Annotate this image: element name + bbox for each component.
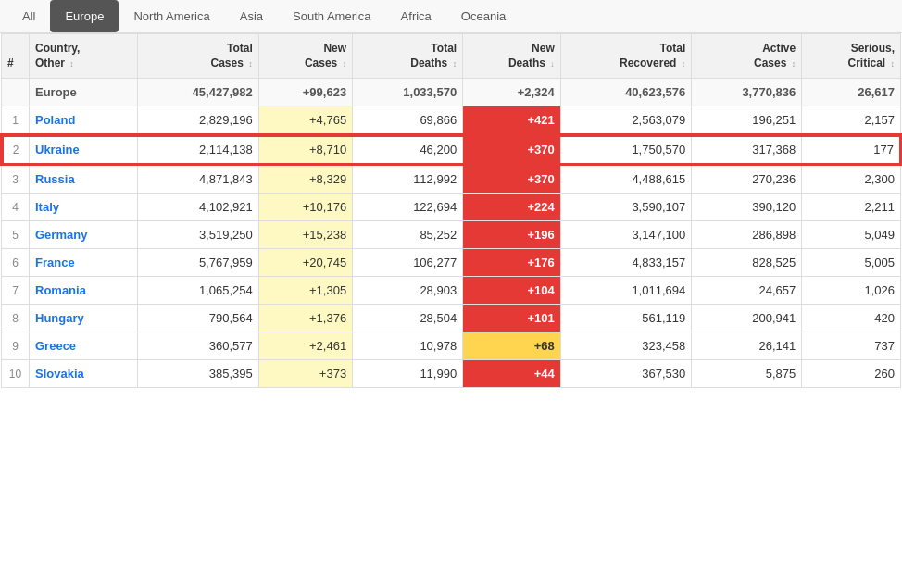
row-new-deaths: +68 [463,332,561,360]
summary-total-deaths: 1,033,570 [353,79,463,106]
tab-europe[interactable]: Europe [50,0,119,32]
row-active-cases: 828,525 [692,249,802,277]
row-total-cases: 385,395 [137,360,258,388]
row-rank: 8 [2,305,30,332]
row-serious: 5,005 [802,249,901,277]
row-serious: 2,211 [802,194,901,221]
row-new-cases: +10,176 [258,194,352,221]
col-total-deaths[interactable]: TotalDeaths ↕ [353,34,463,79]
row-rank: 2 [2,135,30,165]
table-row: 6 France 5,767,959 +20,745 106,277 +176 … [2,249,901,277]
row-total-recovered: 1,011,694 [560,277,691,305]
row-active-cases: 270,236 [692,165,802,194]
row-total-recovered: 4,488,615 [560,165,691,194]
table-row: 9 Greece 360,577 +2,461 10,978 +68 323,4… [2,332,901,360]
col-new-cases[interactable]: NewCases ↕ [258,34,352,79]
row-new-cases: +1,376 [258,305,352,332]
row-total-deaths: 28,903 [353,277,463,305]
table-row: 7 Romania 1,065,254 +1,305 28,903 +104 1… [2,277,901,305]
row-serious: 177 [802,135,901,165]
col-rank: # [2,34,30,79]
row-serious: 1,026 [802,277,901,305]
col-country: Country,Other ↕ [30,34,138,79]
table-row: 8 Hungary 790,564 +1,376 28,504 +101 561… [2,305,901,332]
summary-total-cases: 45,427,982 [137,79,258,106]
row-active-cases: 24,657 [692,277,802,305]
row-total-recovered: 4,833,157 [560,249,691,277]
row-serious: 2,157 [802,106,901,135]
row-active-cases: 390,120 [692,194,802,221]
row-new-deaths: +370 [463,165,561,194]
row-serious: 420 [802,305,901,332]
row-total-deaths: 122,694 [353,194,463,221]
row-total-deaths: 46,200 [353,135,463,165]
row-country[interactable]: Greece [30,332,138,360]
summary-label: Europe [30,79,138,106]
table-row: 1 Poland 2,829,196 +4,765 69,866 +421 2,… [2,106,901,135]
row-country[interactable]: France [30,249,138,277]
europe-summary-row: Europe 45,427,982 +99,623 1,033,570 +2,3… [2,79,901,106]
row-country[interactable]: Slovakia [30,360,138,388]
row-country[interactable]: Ukraine [30,135,138,165]
summary-new-cases: +99,623 [258,79,352,106]
row-rank: 6 [2,249,30,277]
row-country[interactable]: Romania [30,277,138,305]
row-new-deaths: +176 [463,249,561,277]
tab-asia[interactable]: Asia [225,0,278,32]
summary-active-cases: 3,770,836 [692,79,802,106]
row-new-deaths: +44 [463,360,561,388]
row-total-cases: 360,577 [137,332,258,360]
row-country[interactable]: Russia [30,165,138,194]
tab-africa[interactable]: Africa [386,0,446,32]
row-country[interactable]: Poland [30,106,138,135]
row-total-recovered: 367,530 [560,360,691,388]
col-serious[interactable]: Serious,Critical ↕ [802,34,901,79]
row-active-cases: 286,898 [692,221,802,249]
row-total-deaths: 112,992 [353,165,463,194]
row-active-cases: 200,941 [692,305,802,332]
row-new-deaths: +224 [463,194,561,221]
row-new-cases: +1,305 [258,277,352,305]
row-new-deaths: +196 [463,221,561,249]
tab-oceania[interactable]: Oceania [446,0,520,32]
row-total-recovered: 2,563,079 [560,106,691,135]
row-total-recovered: 3,590,107 [560,194,691,221]
tab-all[interactable]: All [7,0,50,32]
row-serious: 5,049 [802,221,901,249]
row-country[interactable]: Italy [30,194,138,221]
row-new-cases: +20,745 [258,249,352,277]
row-total-cases: 4,871,843 [137,165,258,194]
summary-new-deaths: +2,324 [463,79,561,106]
col-new-deaths[interactable]: NewDeaths ↓ [463,34,561,79]
row-country[interactable]: Germany [30,221,138,249]
summary-serious: 26,617 [802,79,901,106]
row-total-recovered: 3,147,100 [560,221,691,249]
row-rank: 7 [2,277,30,305]
col-total-recovered[interactable]: TotalRecovered ↕ [560,34,691,79]
row-new-cases: +15,238 [258,221,352,249]
row-country[interactable]: Hungary [30,305,138,332]
row-total-deaths: 28,504 [353,305,463,332]
row-rank: 4 [2,194,30,221]
row-active-cases: 196,251 [692,106,802,135]
row-new-deaths: +101 [463,305,561,332]
row-total-recovered: 323,458 [560,332,691,360]
row-total-cases: 2,829,196 [137,106,258,135]
row-new-cases: +4,765 [258,106,352,135]
row-total-recovered: 561,119 [560,305,691,332]
table-row: 2 Ukraine 2,114,138 +8,710 46,200 +370 1… [2,135,901,165]
row-rank: 10 [2,360,30,388]
row-active-cases: 5,875 [692,360,802,388]
row-active-cases: 317,368 [692,135,802,165]
col-total-cases[interactable]: TotalCases ↕ [137,34,258,79]
row-total-deaths: 10,978 [353,332,463,360]
tab-south-america[interactable]: South America [278,0,386,32]
tab-north-america[interactable]: North America [119,0,224,32]
row-rank: 1 [2,106,30,135]
row-total-deaths: 106,277 [353,249,463,277]
row-serious: 2,300 [802,165,901,194]
row-new-deaths: +104 [463,277,561,305]
col-active-cases[interactable]: ActiveCases ↕ [692,34,802,79]
row-new-cases: +2,461 [258,332,352,360]
row-rank: 5 [2,221,30,249]
